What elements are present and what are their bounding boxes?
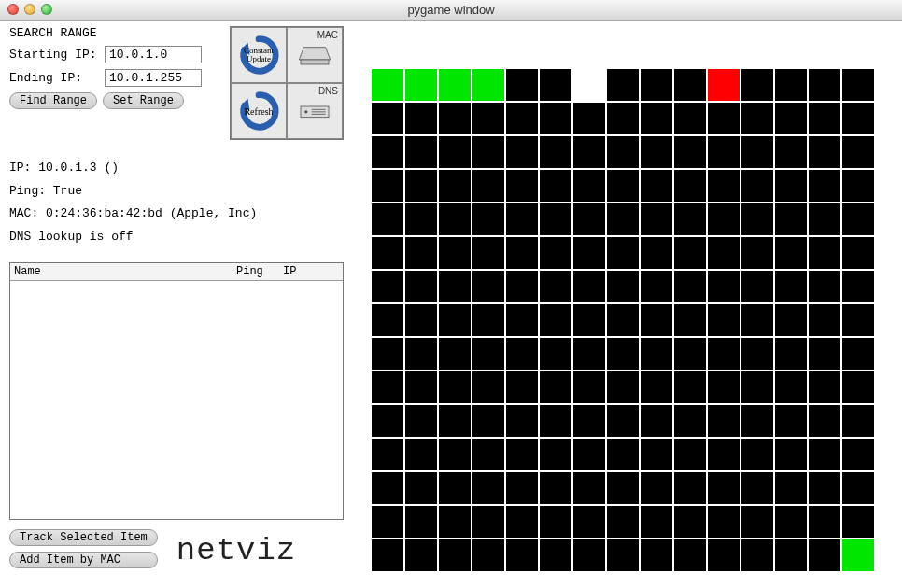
ip-cell[interactable] xyxy=(573,69,605,101)
ip-cell[interactable] xyxy=(741,170,773,202)
ip-cell[interactable] xyxy=(674,439,706,470)
ip-cell[interactable] xyxy=(842,271,874,302)
ip-cell[interactable] xyxy=(506,271,538,302)
ip-cell[interactable] xyxy=(607,338,639,370)
ip-cell[interactable] xyxy=(809,237,840,269)
ip-cell[interactable] xyxy=(372,439,403,470)
ip-cell[interactable] xyxy=(641,371,672,403)
ip-cell[interactable] xyxy=(472,539,504,571)
ip-cell[interactable] xyxy=(741,271,773,302)
ip-cell[interactable] xyxy=(506,539,538,571)
dns-lookup-button[interactable]: DNS xyxy=(287,83,343,139)
ip-cell[interactable] xyxy=(708,103,740,134)
ip-cell[interactable] xyxy=(607,170,639,202)
ip-cell[interactable] xyxy=(809,271,840,302)
ip-cell[interactable] xyxy=(708,271,740,302)
ip-cell[interactable] xyxy=(674,203,706,235)
ip-cell[interactable] xyxy=(674,371,706,403)
ip-cell[interactable] xyxy=(607,539,639,571)
zoom-icon[interactable] xyxy=(41,4,52,15)
ip-cell[interactable] xyxy=(641,271,672,302)
ip-cell[interactable] xyxy=(842,237,874,269)
ip-cell[interactable] xyxy=(741,338,773,370)
ip-cell[interactable] xyxy=(708,371,740,403)
ip-cell[interactable] xyxy=(708,472,740,504)
ip-cell[interactable] xyxy=(506,506,538,538)
ip-cell[interactable] xyxy=(842,539,874,571)
ip-cell[interactable] xyxy=(775,439,807,470)
ip-cell[interactable] xyxy=(506,136,538,168)
ip-cell[interactable] xyxy=(573,439,605,470)
ip-cell[interactable] xyxy=(809,103,840,134)
ip-cell[interactable] xyxy=(775,539,807,571)
ip-cell[interactable] xyxy=(809,405,840,437)
ip-cell[interactable] xyxy=(641,237,672,269)
ip-cell[interactable] xyxy=(506,304,538,336)
ip-cell[interactable] xyxy=(372,69,403,101)
ip-cell[interactable] xyxy=(775,405,807,437)
set-range-button[interactable]: Set Range xyxy=(103,92,184,109)
ip-cell[interactable] xyxy=(674,405,706,437)
ip-cell[interactable] xyxy=(674,506,706,538)
ip-cell[interactable] xyxy=(607,103,639,134)
ip-cell[interactable] xyxy=(708,69,740,101)
ip-cell[interactable] xyxy=(439,170,471,202)
ip-cell[interactable] xyxy=(573,237,605,269)
ip-cell[interactable] xyxy=(809,304,840,336)
ip-cell[interactable] xyxy=(472,304,504,336)
starting-ip-input[interactable] xyxy=(105,46,202,63)
ip-cell[interactable] xyxy=(506,439,538,470)
ip-cell[interactable] xyxy=(405,506,437,538)
ip-cell[interactable] xyxy=(573,271,605,302)
ip-grid[interactable] xyxy=(370,67,876,573)
ip-cell[interactable] xyxy=(372,371,403,403)
ip-cell[interactable] xyxy=(607,506,639,538)
ip-cell[interactable] xyxy=(842,203,874,235)
ip-cell[interactable] xyxy=(540,271,571,302)
ip-cell[interactable] xyxy=(809,170,840,202)
ip-cell[interactable] xyxy=(708,304,740,336)
ip-cell[interactable] xyxy=(472,237,504,269)
ip-cell[interactable] xyxy=(741,539,773,571)
ip-cell[interactable] xyxy=(674,136,706,168)
ip-cell[interactable] xyxy=(372,338,403,370)
ip-cell[interactable] xyxy=(809,439,840,470)
ip-cell[interactable] xyxy=(540,304,571,336)
ip-cell[interactable] xyxy=(573,338,605,370)
ip-cell[interactable] xyxy=(439,203,471,235)
ip-cell[interactable] xyxy=(741,472,773,504)
ip-cell[interactable] xyxy=(674,472,706,504)
ip-cell[interactable] xyxy=(641,304,672,336)
ip-cell[interactable] xyxy=(775,203,807,235)
mac-lookup-button[interactable]: MAC xyxy=(287,27,343,83)
ip-cell[interactable] xyxy=(842,69,874,101)
ip-cell[interactable] xyxy=(607,472,639,504)
ip-cell[interactable] xyxy=(540,506,571,538)
ip-cell[interactable] xyxy=(674,539,706,571)
ip-cell[interactable] xyxy=(472,103,504,134)
ip-cell[interactable] xyxy=(741,439,773,470)
ip-cell[interactable] xyxy=(708,506,740,538)
ip-cell[interactable] xyxy=(708,338,740,370)
ip-cell[interactable] xyxy=(405,304,437,336)
ip-cell[interactable] xyxy=(472,371,504,403)
ip-cell[interactable] xyxy=(641,203,672,235)
ip-cell[interactable] xyxy=(741,405,773,437)
ip-cell[interactable] xyxy=(472,405,504,437)
ip-cell[interactable] xyxy=(439,304,471,336)
ip-cell[interactable] xyxy=(641,539,672,571)
ip-cell[interactable] xyxy=(372,203,403,235)
ip-cell[interactable] xyxy=(472,472,504,504)
ip-cell[interactable] xyxy=(540,539,571,571)
ip-cell[interactable] xyxy=(506,371,538,403)
ip-cell[interactable] xyxy=(506,103,538,134)
ip-cell[interactable] xyxy=(405,237,437,269)
ip-cell[interactable] xyxy=(439,439,471,470)
ip-cell[interactable] xyxy=(674,69,706,101)
ip-cell[interactable] xyxy=(472,439,504,470)
ip-cell[interactable] xyxy=(708,203,740,235)
ip-cell[interactable] xyxy=(573,136,605,168)
ip-cell[interactable] xyxy=(607,304,639,336)
ip-cell[interactable] xyxy=(842,371,874,403)
ip-cell[interactable] xyxy=(573,371,605,403)
